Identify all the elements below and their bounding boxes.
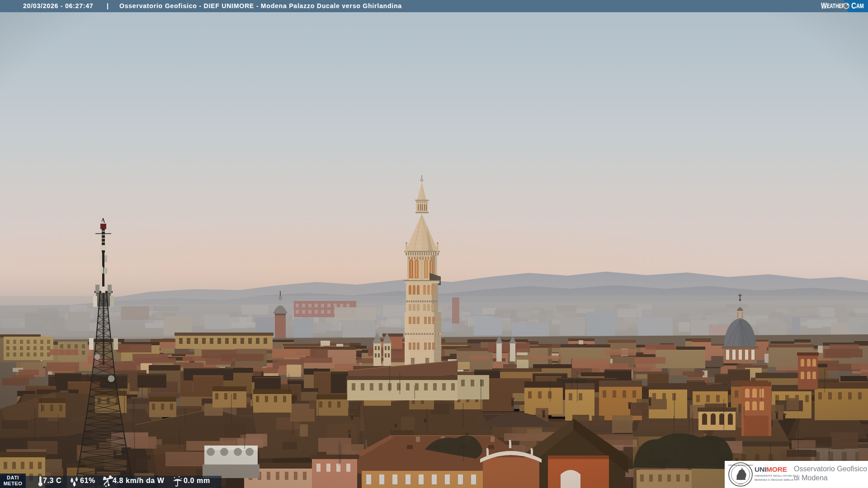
svg-text:1175: 1175 bbox=[738, 483, 743, 485]
svg-text:UNIVERSITAS MUTINENSIS: UNIVERSITAS MUTINENSIS bbox=[728, 464, 753, 466]
